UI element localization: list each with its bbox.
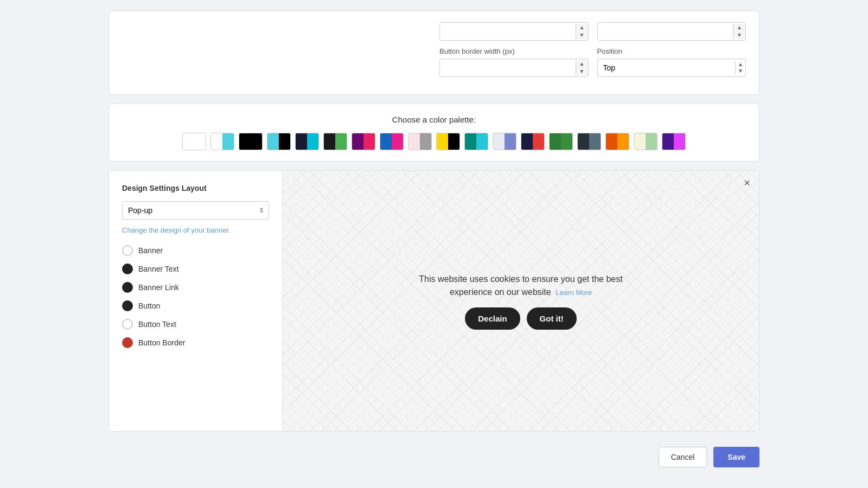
palette-swatch-4[interactable] [295,133,319,150]
palette-swatch-12[interactable] [521,133,545,150]
border-width-arrows: ▲ ▼ [576,60,588,75]
swatch-left-14 [578,133,589,150]
swatch-right-16 [646,133,657,150]
close-button[interactable]: × [744,177,750,188]
decline-button[interactable]: Declain [465,307,520,330]
border-width-down[interactable]: ▼ [576,68,588,75]
swatch-left-5 [324,133,335,150]
palette-swatches [122,133,746,150]
radio-item-button-border[interactable]: Button Border [122,337,269,348]
swatch-right-5 [335,133,347,150]
padding-input[interactable]: 20px [440,23,576,40]
layout-select-arrow: ⇕ [254,207,269,214]
border-position-row: Button border width (px) 2 ▲ ▼ Position … [439,47,746,77]
palette-swatch-14[interactable] [577,133,601,150]
palette-swatch-9[interactable] [436,133,460,150]
padding-num-arrows: ▲ ▼ [733,24,745,39]
position-arrows: ▲ ▼ [735,61,745,74]
radio-label-button: Button [138,301,160,310]
radio-item-banner[interactable]: Banner [122,245,269,256]
gotit-button[interactable]: Got it! [527,307,577,330]
swatch-left-13 [550,133,561,150]
border-width-wrapper: 2 ▲ ▼ [439,59,589,77]
radio-item-banner-link[interactable]: Banner Link [122,282,269,293]
swatch-left-15 [606,133,617,150]
palette-swatch-11[interactable] [493,133,516,150]
layout-select-wrapper: Pop-up Banner Notification ⇕ [122,201,269,220]
palette-card: Choose a color palette: [108,104,760,162]
padding-up-arrow[interactable]: ▲ [576,24,588,31]
radio-label-button-text: Button Text [138,320,176,329]
swatch-right-13 [561,133,572,150]
swatch-left-3 [267,133,279,150]
palette-swatch-2[interactable] [239,133,263,150]
radio-circle-banner-text [122,264,133,274]
swatch-left-9 [437,133,448,150]
swatch-right-9 [448,133,459,150]
swatch-right-17 [674,133,685,150]
swatch-left-17 [662,133,674,150]
position-select-wrapper: Top Bottom Left Right ▲ ▼ [597,59,746,77]
footer-bar: Cancel Save [108,440,760,474]
radio-item-button-text[interactable]: Button Text [122,319,269,330]
position-down-arrow: ▼ [738,68,743,74]
padding-num-group: 20 ▲ ▼ [597,22,746,41]
palette-swatch-6[interactable] [352,133,375,150]
cookie-text-line2: experience on our website [450,287,551,297]
palette-swatch-13[interactable] [549,133,573,150]
swatch-left-10 [465,133,476,150]
palette-swatch-10[interactable] [464,133,488,150]
swatch-right-3 [279,133,290,150]
palette-swatch-16[interactable] [634,133,658,150]
design-desc: Change the design of your banner. [122,226,269,234]
radio-item-button[interactable]: Button [122,300,269,311]
learn-more-link[interactable]: Learn More [556,288,592,297]
swatch-left-12 [521,133,533,150]
cancel-button[interactable]: Cancel [659,447,707,467]
border-width-up[interactable]: ▲ [576,60,588,68]
swatch-right-10 [476,133,488,150]
swatch-left-0 [183,133,194,150]
swatch-right-14 [589,133,601,150]
layout-select[interactable]: Pop-up Banner Notification [123,202,254,219]
palette-swatch-15[interactable] [605,133,629,150]
padding-num-wrapper: 20 ▲ ▼ [597,22,746,41]
palette-swatch-0[interactable] [182,133,206,150]
radio-label-banner: Banner [138,246,163,255]
palette-swatch-3[interactable] [267,133,291,150]
palette-swatch-17[interactable] [662,133,686,150]
position-select[interactable]: Top Bottom Left Right [598,59,736,76]
position-label: Position [597,47,746,55]
swatch-right-0 [194,133,206,150]
padding-input-wrapper: 20px ▲ ▼ [439,22,589,41]
padding-down-arrow[interactable]: ▼ [576,31,588,39]
swatch-left-6 [352,133,363,150]
palette-swatch-1[interactable] [210,133,234,150]
palette-swatch-5[interactable] [323,133,347,150]
padding-num-up[interactable]: ▲ [733,24,745,31]
radio-label-banner-text: Banner Text [138,265,178,273]
page-wrapper: 20px ▲ ▼ 20 ▲ ▼ [0,0,868,488]
swatch-left-2 [239,133,251,150]
radio-circle-button-border [122,337,133,348]
radio-circle-banner [122,245,133,256]
swatch-left-7 [380,133,392,150]
swatch-left-4 [296,133,307,150]
palette-swatch-7[interactable] [380,133,404,150]
palette-swatch-8[interactable] [408,133,432,150]
radio-circle-button [122,300,133,311]
radio-label-button-border: Button Border [138,338,185,347]
preview-panel: × This website uses cookies to ensure yo… [283,171,759,431]
padding-num-input[interactable]: 20 [598,23,733,40]
swatch-right-8 [420,133,431,150]
border-width-label: Button border width (px) [439,47,589,55]
cookie-buttons: Declain Got it! [419,307,622,330]
radio-item-banner-text[interactable]: Banner Text [122,264,269,274]
border-width-input[interactable]: 2 [440,59,576,76]
settings-card-top: 20px ▲ ▼ 20 ▲ ▼ [108,11,760,95]
padding-num-down[interactable]: ▼ [733,31,745,39]
save-button[interactable]: Save [713,447,760,467]
design-panel-title: Design Settings Layout [122,184,269,192]
radio-label-banner-link: Banner Link [138,283,179,292]
palette-title: Choose a color palette: [122,115,746,124]
